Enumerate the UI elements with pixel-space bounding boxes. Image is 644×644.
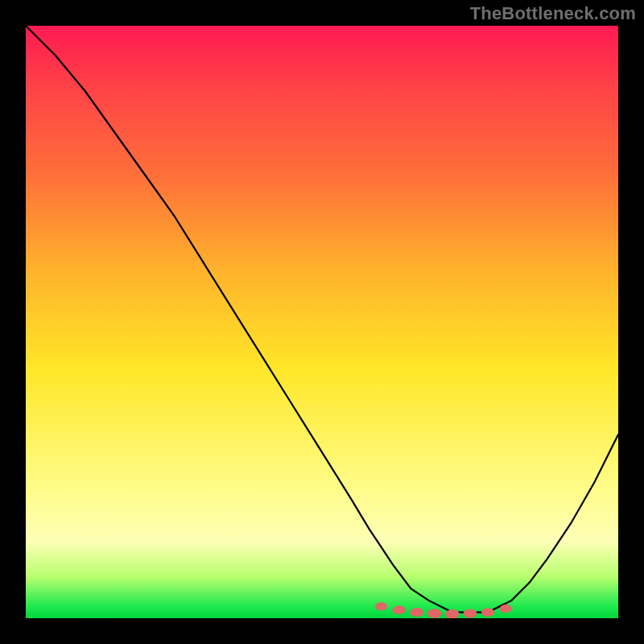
optimal-dot xyxy=(464,609,477,618)
chart-overlay xyxy=(26,26,618,618)
optimal-range-markers xyxy=(375,602,512,618)
chart-stage: TheBottleneck.com xyxy=(0,0,644,644)
optimal-dot xyxy=(427,609,442,618)
optimal-dot xyxy=(500,605,512,613)
attribution-text: TheBottleneck.com xyxy=(470,3,636,24)
optimal-dot xyxy=(410,608,423,617)
optimal-dot xyxy=(393,605,406,614)
bottleneck-curve xyxy=(26,26,618,613)
optimal-dot xyxy=(375,602,387,610)
optimal-dot xyxy=(481,608,494,617)
